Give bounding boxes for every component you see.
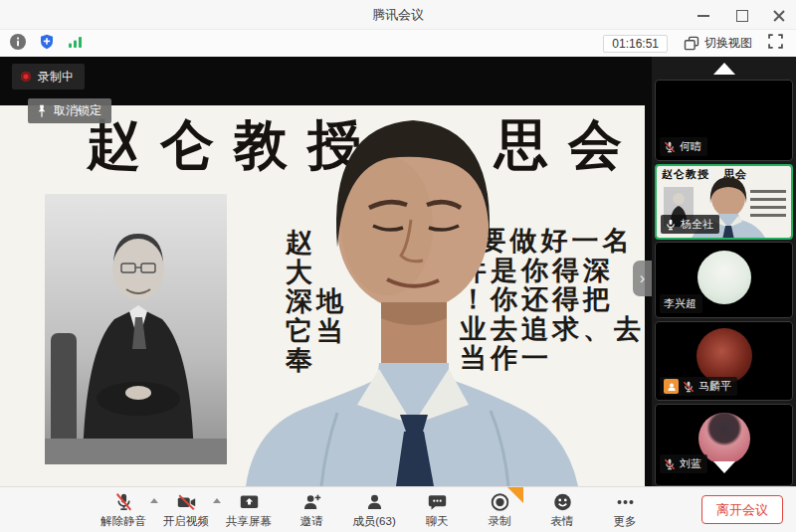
statusbar: 01:16:51 切换视图 (0, 30, 796, 57)
unpin-button[interactable]: 取消锁定 (28, 98, 111, 123)
participant-name: 李兴超 (664, 296, 696, 311)
titlebar: 腾讯会议 (0, 0, 796, 30)
record-icon (489, 491, 511, 513)
security-shield-icon[interactable] (39, 34, 55, 54)
invite-button[interactable]: 邀请 (288, 491, 335, 529)
participant-name: 马麟平 (698, 379, 731, 394)
scroll-up-arrow[interactable] (713, 63, 735, 75)
start-video-button[interactable]: 开启视频 (162, 491, 210, 529)
main-speaker-video[interactable]: 赵仑教授思会 赵 大 深地 它当 奉 “要做好一名 件是你得深 ！你还得把 业去… (0, 57, 652, 486)
recording-label: 录制中 (38, 69, 74, 86)
participant-name: 刘蓝 (680, 456, 701, 471)
chevron-right-icon: › (640, 269, 645, 287)
participant-name: 何晴 (680, 139, 701, 154)
speaker-person (242, 108, 585, 486)
scroll-down-arrow[interactable] (713, 461, 735, 473)
participant-avatar (696, 328, 752, 384)
participant-tile[interactable]: 马麟平 (655, 321, 793, 401)
more-dots-icon (614, 491, 637, 513)
unpin-label: 取消锁定 (54, 102, 101, 119)
share-screen-icon (238, 491, 261, 513)
mic-muted-icon (664, 141, 676, 153)
window-controls (696, 0, 786, 30)
meeting-timer: 01:16:51 (603, 35, 668, 53)
record-button[interactable]: 录制 (476, 491, 523, 529)
chat-button[interactable]: 聊天 (413, 491, 461, 529)
recording-dot-icon (21, 72, 31, 82)
memorial-portrait-photo (45, 194, 227, 464)
mic-muted-icon (683, 381, 695, 393)
switch-view-icon (684, 36, 699, 51)
participant-tile[interactable]: 李兴超 (655, 242, 793, 318)
more-button[interactable]: 更多 (601, 491, 649, 529)
mic-options-caret[interactable] (150, 498, 158, 503)
reactions-button[interactable]: 表情 (538, 491, 586, 529)
sidebar-expand-chevron[interactable]: › (633, 261, 652, 296)
invite-person-icon (300, 491, 323, 513)
participant-tile[interactable]: 刘蓝 (655, 404, 793, 486)
members-button[interactable]: 成员(63) (350, 491, 398, 529)
recording-badge: 录制中 (12, 64, 85, 89)
promo-ribbon-icon (507, 487, 523, 503)
fullscreen-icon[interactable] (768, 34, 783, 53)
close-button[interactable] (772, 8, 786, 22)
bottom-toolbar: 解除静音 开启视频 共享屏幕 邀请 (0, 486, 796, 532)
maximize-button[interactable] (734, 8, 748, 22)
participant-name: 杨全社 (681, 217, 713, 232)
participant-avatar (697, 251, 751, 304)
unmute-button[interactable]: 解除静音 (100, 491, 147, 529)
statusbar-right: 01:16:51 切换视图 (603, 30, 783, 57)
participant-sidebar: 何晴 赵仑教授思会 (652, 57, 796, 486)
statusbar-left (10, 30, 83, 57)
camera-off-icon (175, 491, 198, 513)
mic-muted-icon (112, 491, 135, 513)
mic-on-icon (665, 219, 677, 231)
mic-muted-icon (664, 458, 676, 470)
switch-view-label: 切换视图 (704, 35, 752, 52)
pin-icon (36, 104, 48, 118)
participant-tile-active-speaker[interactable]: 赵仑教授思会 杨全社 (655, 164, 793, 240)
chat-bubble-icon (426, 491, 449, 513)
meeting-info-icon[interactable] (10, 34, 26, 54)
switch-view-button[interactable]: 切换视图 (684, 35, 752, 52)
host-badge-icon (664, 379, 679, 394)
participant-tile[interactable]: 何晴 (655, 80, 793, 161)
window-title: 腾讯会议 (0, 0, 796, 30)
meeting-window: 腾讯会议 01:16:51 切换视图 (0, 0, 796, 532)
smiley-icon (551, 491, 574, 513)
members-icon (363, 491, 386, 513)
network-signal-icon[interactable] (68, 35, 83, 53)
leave-meeting-button[interactable]: 离开会议 (701, 495, 783, 524)
minimize-button[interactable] (696, 8, 710, 22)
share-screen-button[interactable]: 共享屏幕 (225, 491, 273, 529)
main-area: 赵仑教授思会 赵 大 深地 它当 奉 “要做好一名 件是你得深 ！你还得把 业去… (0, 57, 796, 486)
video-options-caret[interactable] (213, 498, 221, 503)
